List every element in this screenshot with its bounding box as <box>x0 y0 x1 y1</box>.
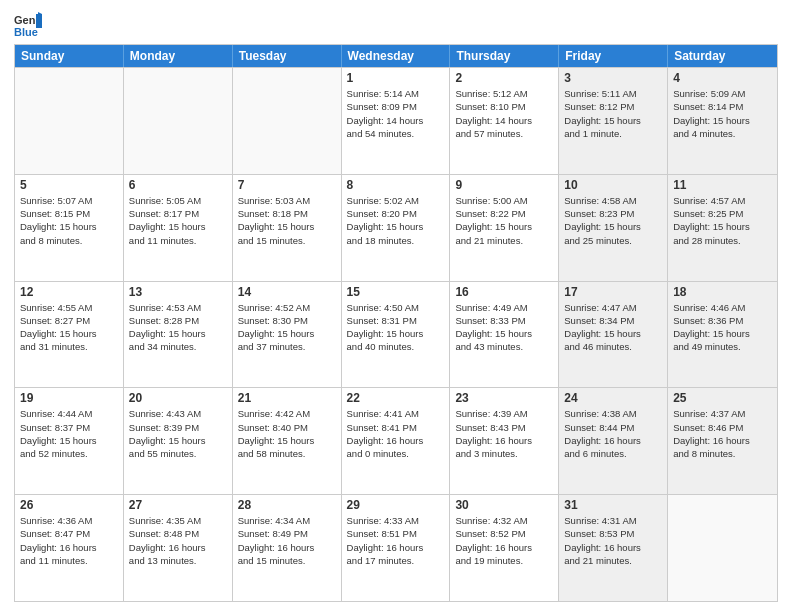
cal-cell-w2-d6: 10Sunrise: 4:58 AM Sunset: 8:23 PM Dayli… <box>559 175 668 281</box>
cal-cell-w4-d6: 24Sunrise: 4:38 AM Sunset: 8:44 PM Dayli… <box>559 388 668 494</box>
cal-cell-w5-d5: 30Sunrise: 4:32 AM Sunset: 8:52 PM Dayli… <box>450 495 559 601</box>
day-number: 25 <box>673 391 772 405</box>
cal-cell-w3-d3: 14Sunrise: 4:52 AM Sunset: 8:30 PM Dayli… <box>233 282 342 388</box>
day-info: Sunrise: 4:49 AM Sunset: 8:33 PM Dayligh… <box>455 301 553 354</box>
cal-cell-w2-d5: 9Sunrise: 5:00 AM Sunset: 8:22 PM Daylig… <box>450 175 559 281</box>
day-number: 8 <box>347 178 445 192</box>
day-number: 19 <box>20 391 118 405</box>
day-number: 20 <box>129 391 227 405</box>
cal-cell-w4-d1: 19Sunrise: 4:44 AM Sunset: 8:37 PM Dayli… <box>15 388 124 494</box>
day-info: Sunrise: 4:38 AM Sunset: 8:44 PM Dayligh… <box>564 407 662 460</box>
cal-cell-w5-d1: 26Sunrise: 4:36 AM Sunset: 8:47 PM Dayli… <box>15 495 124 601</box>
cal-cell-w2-d7: 11Sunrise: 4:57 AM Sunset: 8:25 PM Dayli… <box>668 175 777 281</box>
day-number: 2 <box>455 71 553 85</box>
day-number: 28 <box>238 498 336 512</box>
day-number: 14 <box>238 285 336 299</box>
day-number: 22 <box>347 391 445 405</box>
day-info: Sunrise: 5:02 AM Sunset: 8:20 PM Dayligh… <box>347 194 445 247</box>
cal-week-1: 1Sunrise: 5:14 AM Sunset: 8:09 PM Daylig… <box>15 67 777 174</box>
day-number: 27 <box>129 498 227 512</box>
svg-marker-2 <box>36 14 42 28</box>
day-number: 31 <box>564 498 662 512</box>
day-number: 15 <box>347 285 445 299</box>
day-number: 12 <box>20 285 118 299</box>
cal-week-4: 19Sunrise: 4:44 AM Sunset: 8:37 PM Dayli… <box>15 387 777 494</box>
day-info: Sunrise: 4:43 AM Sunset: 8:39 PM Dayligh… <box>129 407 227 460</box>
calendar-header-row: SundayMondayTuesdayWednesdayThursdayFrid… <box>15 45 777 67</box>
cal-cell-w4-d2: 20Sunrise: 4:43 AM Sunset: 8:39 PM Dayli… <box>124 388 233 494</box>
cal-cell-w3-d2: 13Sunrise: 4:53 AM Sunset: 8:28 PM Dayli… <box>124 282 233 388</box>
day-info: Sunrise: 4:53 AM Sunset: 8:28 PM Dayligh… <box>129 301 227 354</box>
day-info: Sunrise: 4:46 AM Sunset: 8:36 PM Dayligh… <box>673 301 772 354</box>
cal-header-friday: Friday <box>559 45 668 67</box>
svg-text:Blue: Blue <box>14 26 38 38</box>
day-info: Sunrise: 5:00 AM Sunset: 8:22 PM Dayligh… <box>455 194 553 247</box>
day-info: Sunrise: 5:09 AM Sunset: 8:14 PM Dayligh… <box>673 87 772 140</box>
cal-header-sunday: Sunday <box>15 45 124 67</box>
day-info: Sunrise: 5:05 AM Sunset: 8:17 PM Dayligh… <box>129 194 227 247</box>
cal-week-2: 5Sunrise: 5:07 AM Sunset: 8:15 PM Daylig… <box>15 174 777 281</box>
day-number: 13 <box>129 285 227 299</box>
day-info: Sunrise: 4:35 AM Sunset: 8:48 PM Dayligh… <box>129 514 227 567</box>
day-info: Sunrise: 4:37 AM Sunset: 8:46 PM Dayligh… <box>673 407 772 460</box>
day-number: 1 <box>347 71 445 85</box>
day-number: 9 <box>455 178 553 192</box>
cal-header-saturday: Saturday <box>668 45 777 67</box>
logo: General Blue <box>14 10 46 38</box>
cal-header-wednesday: Wednesday <box>342 45 451 67</box>
cal-cell-w4-d4: 22Sunrise: 4:41 AM Sunset: 8:41 PM Dayli… <box>342 388 451 494</box>
day-number: 23 <box>455 391 553 405</box>
day-info: Sunrise: 4:52 AM Sunset: 8:30 PM Dayligh… <box>238 301 336 354</box>
calendar: SundayMondayTuesdayWednesdayThursdayFrid… <box>14 44 778 602</box>
cal-cell-w2-d3: 7Sunrise: 5:03 AM Sunset: 8:18 PM Daylig… <box>233 175 342 281</box>
calendar-body: 1Sunrise: 5:14 AM Sunset: 8:09 PM Daylig… <box>15 67 777 601</box>
cal-cell-w5-d2: 27Sunrise: 4:35 AM Sunset: 8:48 PM Dayli… <box>124 495 233 601</box>
day-number: 17 <box>564 285 662 299</box>
page: General Blue SundayMondayTuesdayWednesda… <box>0 0 792 612</box>
day-info: Sunrise: 5:07 AM Sunset: 8:15 PM Dayligh… <box>20 194 118 247</box>
day-number: 18 <box>673 285 772 299</box>
day-info: Sunrise: 5:14 AM Sunset: 8:09 PM Dayligh… <box>347 87 445 140</box>
cal-cell-w1-d6: 3Sunrise: 5:11 AM Sunset: 8:12 PM Daylig… <box>559 68 668 174</box>
cal-cell-w5-d3: 28Sunrise: 4:34 AM Sunset: 8:49 PM Dayli… <box>233 495 342 601</box>
cal-cell-w2-d1: 5Sunrise: 5:07 AM Sunset: 8:15 PM Daylig… <box>15 175 124 281</box>
day-info: Sunrise: 4:55 AM Sunset: 8:27 PM Dayligh… <box>20 301 118 354</box>
day-number: 7 <box>238 178 336 192</box>
cal-cell-w5-d6: 31Sunrise: 4:31 AM Sunset: 8:53 PM Dayli… <box>559 495 668 601</box>
day-info: Sunrise: 5:12 AM Sunset: 8:10 PM Dayligh… <box>455 87 553 140</box>
cal-cell-w3-d5: 16Sunrise: 4:49 AM Sunset: 8:33 PM Dayli… <box>450 282 559 388</box>
day-info: Sunrise: 4:36 AM Sunset: 8:47 PM Dayligh… <box>20 514 118 567</box>
day-number: 24 <box>564 391 662 405</box>
day-number: 4 <box>673 71 772 85</box>
cal-cell-w4-d7: 25Sunrise: 4:37 AM Sunset: 8:46 PM Dayli… <box>668 388 777 494</box>
day-info: Sunrise: 4:39 AM Sunset: 8:43 PM Dayligh… <box>455 407 553 460</box>
day-number: 3 <box>564 71 662 85</box>
cal-cell-w4-d5: 23Sunrise: 4:39 AM Sunset: 8:43 PM Dayli… <box>450 388 559 494</box>
day-info: Sunrise: 4:57 AM Sunset: 8:25 PM Dayligh… <box>673 194 772 247</box>
cal-cell-w3-d1: 12Sunrise: 4:55 AM Sunset: 8:27 PM Dayli… <box>15 282 124 388</box>
day-info: Sunrise: 4:44 AM Sunset: 8:37 PM Dayligh… <box>20 407 118 460</box>
day-number: 26 <box>20 498 118 512</box>
logo-icon: General Blue <box>14 10 42 38</box>
day-info: Sunrise: 5:11 AM Sunset: 8:12 PM Dayligh… <box>564 87 662 140</box>
cal-cell-w3-d7: 18Sunrise: 4:46 AM Sunset: 8:36 PM Dayli… <box>668 282 777 388</box>
day-info: Sunrise: 5:03 AM Sunset: 8:18 PM Dayligh… <box>238 194 336 247</box>
day-info: Sunrise: 4:41 AM Sunset: 8:41 PM Dayligh… <box>347 407 445 460</box>
cal-header-thursday: Thursday <box>450 45 559 67</box>
day-number: 29 <box>347 498 445 512</box>
cal-header-tuesday: Tuesday <box>233 45 342 67</box>
cal-week-3: 12Sunrise: 4:55 AM Sunset: 8:27 PM Dayli… <box>15 281 777 388</box>
day-info: Sunrise: 4:50 AM Sunset: 8:31 PM Dayligh… <box>347 301 445 354</box>
day-info: Sunrise: 4:32 AM Sunset: 8:52 PM Dayligh… <box>455 514 553 567</box>
header: General Blue <box>14 10 778 38</box>
cal-cell-w5-d4: 29Sunrise: 4:33 AM Sunset: 8:51 PM Dayli… <box>342 495 451 601</box>
cal-week-5: 26Sunrise: 4:36 AM Sunset: 8:47 PM Dayli… <box>15 494 777 601</box>
cal-cell-w3-d6: 17Sunrise: 4:47 AM Sunset: 8:34 PM Dayli… <box>559 282 668 388</box>
cal-header-monday: Monday <box>124 45 233 67</box>
day-number: 5 <box>20 178 118 192</box>
day-number: 30 <box>455 498 553 512</box>
cal-cell-w3-d4: 15Sunrise: 4:50 AM Sunset: 8:31 PM Dayli… <box>342 282 451 388</box>
day-number: 16 <box>455 285 553 299</box>
day-info: Sunrise: 4:33 AM Sunset: 8:51 PM Dayligh… <box>347 514 445 567</box>
cal-cell-w5-d7 <box>668 495 777 601</box>
